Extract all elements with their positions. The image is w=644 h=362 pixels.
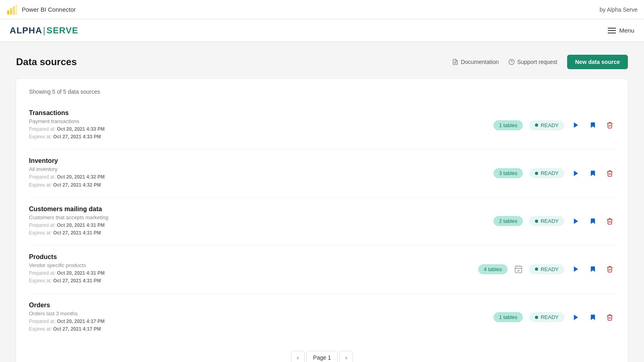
logo-serve: SERVE [47, 25, 78, 35]
header-actions: Documentation Support request New data s… [452, 55, 628, 69]
datasource-desc: All inventory [29, 166, 493, 172]
svg-rect-1 [10, 8, 12, 14]
menu-button[interactable]: Menu [608, 27, 634, 34]
datasource-actions: 2 tables READY [493, 216, 615, 227]
datasource-actions: 3 tables READY [493, 168, 615, 179]
documentation-label: Documentation [461, 59, 499, 65]
delete-icon [606, 217, 613, 225]
bookmark-button[interactable] [588, 168, 598, 179]
calendar-icon [514, 265, 523, 274]
delete-icon [606, 313, 613, 321]
ready-badge: READY [529, 312, 564, 322]
play-button[interactable] [571, 168, 581, 179]
bookmark-icon [589, 265, 597, 273]
delete-button[interactable] [605, 119, 615, 131]
datasource-desc: Vendor specific products [29, 262, 478, 268]
play-icon [572, 265, 580, 273]
delete-icon [606, 169, 613, 177]
svg-rect-2 [13, 6, 15, 14]
bookmark-icon [589, 169, 597, 177]
tables-badge: 2 tables [493, 216, 523, 226]
new-datasource-button[interactable]: New data source [567, 55, 628, 69]
ready-badge: READY [529, 216, 564, 226]
ready-badge: READY [529, 120, 564, 130]
play-button[interactable] [571, 312, 581, 323]
pagination: ‹ Page 1 › [29, 351, 615, 362]
logo-divider: | [43, 25, 46, 35]
delete-button[interactable] [605, 312, 615, 323]
play-icon [572, 314, 580, 321]
bookmark-icon [589, 121, 597, 129]
page-title: Data sources [16, 56, 77, 68]
delete-button[interactable] [605, 263, 615, 275]
hamburger-icon [608, 28, 616, 33]
play-button[interactable] [571, 216, 581, 226]
next-page-button[interactable]: › [339, 351, 353, 362]
top-bar: Power BI Connector by Alpha Serve [0, 0, 644, 19]
datasource-info: Products Vendor specific products Prepar… [29, 253, 478, 285]
datasource-desc: Payment transactions [29, 118, 493, 124]
datasource-name: Orders [29, 302, 493, 309]
bookmark-button[interactable] [588, 312, 598, 323]
play-icon [572, 121, 580, 129]
bookmark-button[interactable] [588, 216, 598, 227]
tables-badge: 1 tables [493, 120, 523, 130]
bookmark-button[interactable] [588, 119, 598, 131]
prev-page-button[interactable]: ‹ [291, 351, 305, 362]
svg-marker-16 [574, 315, 578, 320]
table-row: Customers mailing data Customers that ac… [29, 197, 615, 245]
datasources-list: Transactions Payment transactions Prepar… [29, 101, 615, 341]
bookmark-icon [589, 313, 597, 321]
documentation-link[interactable]: Documentation [452, 59, 499, 65]
ready-dot [535, 172, 538, 175]
datasource-meta: Prepared at: Oct 20, 2021 4:31 PM Expire… [29, 222, 493, 237]
datasource-meta: Prepared at: Oct 20, 2021 4:33 PM Expire… [29, 125, 493, 141]
svg-rect-3 [16, 4, 17, 14]
bookmark-icon [589, 217, 597, 225]
table-row: Transactions Payment transactions Prepar… [29, 101, 615, 149]
delete-button[interactable] [605, 168, 615, 179]
by-alpha-serve: by Alpha Serve [600, 6, 638, 13]
nav-bar: ALPHA|SERVE Menu [0, 19, 644, 42]
datasource-name: Inventory [29, 157, 493, 165]
svg-rect-0 [7, 10, 9, 14]
datasource-actions: 1 tables READY [493, 312, 615, 323]
table-row: Inventory All inventory Prepared at: Oct… [29, 149, 615, 197]
datasource-actions: 4 tables READY [478, 263, 615, 275]
logo-text: ALPHA|SERVE [10, 25, 78, 36]
datasource-desc: Customers that accepts marketing [29, 214, 493, 220]
app-title: Power BI Connector [22, 6, 76, 13]
datasource-desc: Orders last 3 months [29, 311, 493, 317]
tables-badge: 4 tables [478, 264, 508, 274]
delete-button[interactable] [605, 216, 615, 227]
svg-marker-15 [574, 267, 578, 272]
logo-alpha: ALPHA [10, 25, 42, 35]
datasource-info: Inventory All inventory Prepared at: Oct… [29, 157, 493, 189]
svg-marker-10 [574, 218, 578, 224]
play-button[interactable] [571, 264, 581, 274]
svg-rect-11 [515, 266, 522, 273]
powerbi-icon [6, 4, 18, 15]
page-header: Data sources Documentation Support [16, 55, 628, 69]
delete-icon [606, 121, 613, 129]
support-link[interactable]: Support request [508, 59, 557, 65]
logo: ALPHA|SERVE [10, 25, 78, 36]
svg-marker-8 [574, 122, 578, 128]
top-bar-left: Power BI Connector [6, 4, 76, 15]
ready-dot [535, 220, 538, 223]
ready-dot [535, 267, 538, 271]
svg-marker-9 [574, 171, 578, 176]
datasource-info: Transactions Payment transactions Prepar… [29, 109, 493, 141]
datasource-info: Orders Orders last 3 months Prepared at:… [29, 302, 493, 333]
table-row: Products Vendor specific products Prepar… [29, 245, 615, 293]
table-row: Orders Orders last 3 months Prepared at:… [29, 294, 615, 341]
play-button[interactable] [571, 120, 581, 130]
ready-badge: READY [529, 168, 564, 178]
datasource-meta: Prepared at: Oct 20, 2021 4:31 PM Expire… [29, 269, 478, 285]
page-label: Page 1 [306, 351, 338, 362]
doc-icon [452, 59, 458, 65]
bookmark-button[interactable] [588, 263, 598, 275]
ready-badge: READY [529, 264, 564, 274]
datasource-info: Customers mailing data Customers that ac… [29, 206, 493, 237]
datasource-name: Transactions [29, 109, 493, 117]
